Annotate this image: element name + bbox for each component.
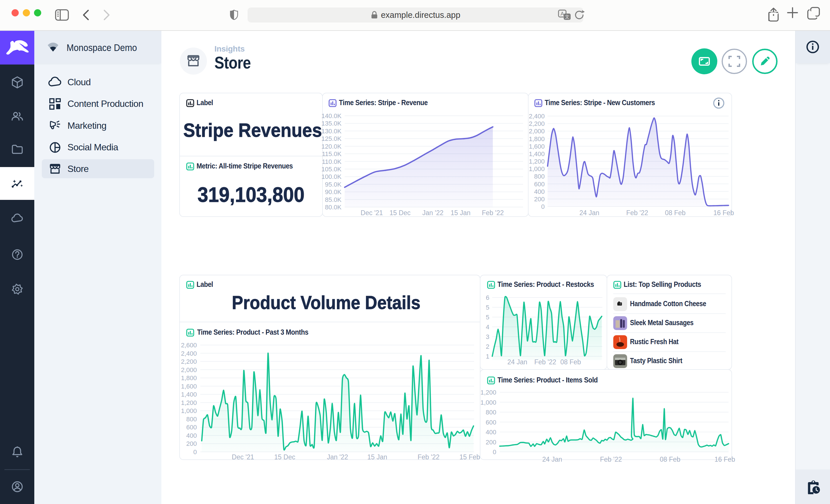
svg-text:A: A: [561, 11, 564, 17]
svg-text:文: 文: [565, 14, 570, 19]
